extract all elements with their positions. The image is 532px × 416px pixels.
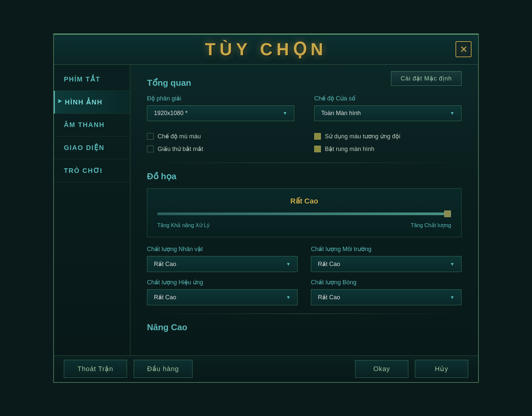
slider-thumb[interactable] [444,210,451,217]
checkbox-giau-thu-box [147,146,154,152]
do-hoa-header: Đồ họa [147,171,462,182]
checkbox-giau-thu-label: Giấu thứ bắt mắt [158,145,203,153]
checkbox-mau-doi[interactable]: Sử dụng màu tương ứng đội [314,133,462,140]
bong-field: Chất lượng Bóng Rất Cao ▼ [311,279,462,305]
checkbox-rung-man-label: Bật rung màn hình [325,145,374,153]
checkbox-rung-man[interactable]: Bật rung màn hình [314,145,462,153]
right-checkboxes: Sử dụng màu tương ứng đội Bật rung màn h… [314,133,462,153]
hieu-ung-dropdown[interactable]: Rất Cao ▼ [147,289,298,305]
slider-fill [158,212,444,215]
graphics-level-label: Rất Cao [157,197,451,206]
left-checkboxes: Chế độ mù màu Giấu thứ bắt mắt [147,133,294,153]
sidebar-item-hinh-anh[interactable]: HÌNH ẢNH [54,91,130,114]
section-divider-1 [147,163,462,163]
modal-title: TÙY CHỌN [205,39,327,59]
slider-labels: Tăng Khả năng Xử Lý Tăng Chất lượng [157,222,451,228]
nang-cao-header: Nâng Cao [147,322,462,333]
checkbox-mau-mu[interactable]: Chế độ mù màu [147,133,294,140]
sidebar-item-phim-tat[interactable]: PHÍM TẮT [54,68,130,91]
slider-track [157,212,451,215]
thoat-tran-button[interactable]: Thoát Trận [64,360,127,378]
slider-left-label: Tăng Khả năng Xử Lý [157,222,209,228]
checkbox-rung-man-box [314,146,321,152]
nhan-vat-field: Chất lượng Nhân vật Rất Cao ▼ [147,245,298,272]
resolution-label: Độ phân giải [147,95,294,102]
slider-right-label: Tăng Chất lượng [411,222,451,228]
graphics-quality-grid: Chất lượng Nhân vật Rất Cao ▼ Chất lượng… [147,245,462,305]
bong-label: Chất lượng Bóng [311,279,462,286]
nhan-vat-value: Rất Cao [154,260,176,268]
bong-value: Rất Cao [318,294,340,301]
bottom-bar: Thoát Trận Đầu hàng Okay Hủy [54,355,478,382]
moi-truong-value: Rất Cao [318,260,340,268]
okay-button[interactable]: Okay [355,360,408,378]
checkbox-giau-thu[interactable]: Giấu thứ bắt mắt [147,145,294,153]
window-mode-dropdown-arrow: ▼ [450,110,455,116]
checkbox-mau-mu-box [147,133,154,140]
default-settings-button[interactable]: Cài đặt Mặc định [391,71,462,86]
hieu-ung-field: Chất lượng Hiệu ứng Rất Cao ▼ [147,279,298,305]
sidebar-item-tro-choi[interactable]: TRÒ CHƠI [54,159,130,182]
sidebar: PHÍM TẮT HÌNH ẢNH ÂM THANH GIAO DIỆN TRÒ… [54,65,130,355]
hieu-ung-value: Rất Cao [154,294,176,301]
hieu-ung-arrow: ▼ [286,295,291,300]
bong-arrow: ▼ [450,295,455,300]
sidebar-item-giao-dien[interactable]: GIAO DIỆN [54,136,130,159]
content-area: Cài đặt Mặc định Tổng quan Độ phân giải … [130,65,478,355]
resolution-dropdown[interactable]: 1920x1080 * ▼ [147,105,294,121]
graphics-slider[interactable] [157,210,451,217]
close-button[interactable]: ✕ [456,41,471,57]
dau-hang-button[interactable]: Đầu hàng [134,360,193,378]
moi-truong-field: Chất lượng Môi trường Rất Cao ▼ [311,245,462,272]
nhan-vat-label: Chất lượng Nhân vật [147,245,298,253]
graphics-box: Rất Cao Tăng Khả năng Xử Lý Tăng Chất lư… [147,188,462,237]
hieu-ung-label: Chất lượng Hiệu ứng [147,279,298,286]
resolution-value: 1920x1080 * [154,110,188,117]
tong-quan-grid: Độ phân giải 1920x1080 * ▼ Chế độ Cửa sổ… [147,95,462,153]
nhan-vat-arrow: ▼ [286,261,291,267]
resolution-dropdown-arrow: ▼ [283,110,287,116]
moi-truong-dropdown[interactable]: Rất Cao ▼ [311,256,462,272]
main-content: PHÍM TẮT HÌNH ẢNH ÂM THANH GIAO DIỆN TRÒ… [54,65,478,355]
resolution-field: Độ phân giải 1920x1080 * ▼ [147,95,294,121]
window-mode-dropdown[interactable]: Toàn Màn hình ▼ [314,105,462,121]
checkbox-mau-doi-box [314,133,321,140]
moi-truong-arrow: ▼ [450,261,455,267]
title-bar: TÙY CHỌN ✕ [54,35,478,65]
bong-dropdown[interactable]: Rất Cao ▼ [311,289,462,305]
checkbox-mau-mu-label: Chế độ mù màu [158,133,201,140]
section-divider-2 [147,314,462,314]
moi-truong-label: Chất lượng Môi trường [311,245,462,253]
huy-button[interactable]: Hủy [415,360,468,378]
settings-modal: TÙY CHỌN ✕ PHÍM TẮT HÌNH ẢNH ÂM THANH GI… [53,34,479,383]
window-mode-field: Chế độ Cửa sổ Toàn Màn hình ▼ [314,95,462,121]
sidebar-item-am-thanh[interactable]: ÂM THANH [54,114,130,136]
window-mode-label: Chế độ Cửa sổ [314,95,462,102]
nhan-vat-dropdown[interactable]: Rất Cao ▼ [147,256,298,272]
window-mode-value: Toàn Màn hình [321,110,361,117]
checkbox-mau-doi-label: Sử dụng màu tương ứng đội [325,133,400,140]
